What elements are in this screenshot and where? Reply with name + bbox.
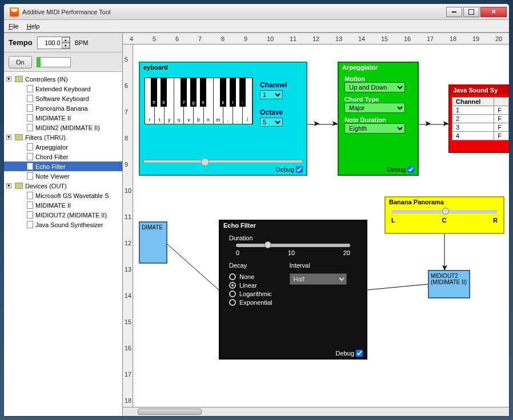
menubar: File Help — [4, 20, 509, 33]
file-icon — [27, 143, 33, 151]
channel-label: Channel — [260, 81, 287, 89]
minimize-button[interactable] — [446, 7, 462, 17]
tree-item[interactable]: Java Sound Synthesizer — [4, 220, 122, 229]
keyboard-scrollbar[interactable] — [143, 160, 303, 163]
table-row: 1F — [452, 106, 509, 115]
tempo-input[interactable]: ▲ ▼ — [37, 37, 70, 49]
node-title: Echo Filter — [220, 221, 366, 230]
tree-item[interactable]: Note Viewer — [4, 171, 122, 181]
tempo-unit: BPM — [75, 39, 89, 46]
node-title: Java Sound Sy — [450, 86, 509, 95]
channel-select[interactable]: 1 — [260, 90, 283, 99]
decay-log[interactable]: Logarithmic — [229, 290, 272, 297]
tempo-up[interactable]: ▲ — [62, 37, 70, 43]
tree-item[interactable]: Software Keyboard — [4, 94, 122, 103]
node-title: Banana Panorama — [386, 197, 503, 207]
debug-checkbox[interactable] — [407, 166, 414, 173]
decay-none[interactable]: None — [229, 273, 272, 280]
duration-select[interactable]: Eighth — [344, 123, 405, 134]
table-row: 4F — [452, 132, 509, 140]
echo-filter-node[interactable]: Echo Filter Duration 01020 Decay None Li… — [219, 220, 367, 360]
arrow-icon: ➤ — [313, 119, 320, 128]
duration-label: Duration — [229, 235, 357, 241]
tree-item[interactable]: Chord Filter — [4, 152, 122, 161]
chord-label: Chord Type — [344, 96, 379, 103]
keyboard-node[interactable]: eyboard rtyuvbnm,./ 567ghkl; Channel 1 O… — [139, 62, 307, 176]
file-icon — [27, 95, 33, 102]
window-title: Additive MIDI Performance Tool — [22, 9, 446, 15]
tree-item-selected[interactable]: Echo Filter — [4, 161, 122, 171]
file-icon — [27, 192, 33, 199]
app-window: Additive MIDI Performance Tool File Help… — [3, 3, 510, 417]
black-key[interactable]: k — [220, 78, 226, 107]
file-icon — [27, 85, 33, 92]
on-button[interactable]: On — [9, 56, 32, 68]
tree-controllers[interactable]: ▾Controllers (IN) — [4, 74, 122, 84]
piano-keyboard[interactable]: rtyuvbnm,./ 567ghkl; — [145, 78, 253, 124]
file-icon — [27, 114, 33, 122]
file-icon — [27, 153, 33, 160]
java-sound-node[interactable]: Java Sound Sy Channel 1F 2F 3F 4F — [448, 84, 509, 153]
tree-item[interactable]: MIDIIN2 (MIDIMATE II) — [4, 123, 122, 132]
black-key[interactable]: 6 — [161, 78, 167, 107]
tree-item[interactable]: Extended Keyboard — [4, 84, 122, 94]
level-meter — [37, 57, 71, 67]
black-key[interactable]: h — [200, 78, 206, 107]
file-icon — [27, 221, 33, 228]
device-tree[interactable]: ▾Controllers (IN) Extended Keyboard Soft… — [4, 72, 122, 416]
black-key[interactable]: g — [190, 78, 197, 107]
duration-slider[interactable] — [236, 244, 350, 247]
chord-select[interactable]: Major — [344, 103, 405, 113]
banana-panorama-node[interactable]: Banana Panorama LCR — [384, 196, 504, 234]
octave-select[interactable]: 5 — [260, 118, 283, 127]
decay-exp[interactable]: Exponential — [229, 299, 272, 306]
tree-item[interactable]: MIDIMATE II — [4, 200, 122, 210]
channel-table[interactable]: Channel 1F 2F 3F 4F — [452, 97, 509, 140]
tree-item[interactable]: Panorama Banana — [4, 103, 122, 113]
debug-label: Debug — [276, 166, 294, 173]
tree-item[interactable]: Arpeggiator — [4, 142, 122, 152]
titlebar[interactable]: Additive MIDI Performance Tool — [4, 4, 509, 20]
duration-label: Note Duration — [344, 116, 386, 123]
pan-slider[interactable] — [391, 210, 498, 213]
menu-help[interactable]: Help — [27, 23, 40, 30]
tree-item[interactable]: MIDIMATE II — [4, 113, 122, 123]
tree-item[interactable]: MIDIOUT2 (MIDIMATE II) — [4, 210, 122, 220]
motion-label: Motion — [344, 75, 365, 82]
black-key[interactable]: ; — [239, 78, 246, 107]
arpeggiator-node[interactable]: Arpeggiator MotionUp and Down Chord Type… — [338, 62, 419, 176]
black-key[interactable]: 7 — [181, 78, 187, 107]
arrow-icon: ➤ — [424, 119, 431, 128]
svg-line-2 — [167, 244, 219, 290]
midiout-node[interactable]: MIDIOUT2 (MIDIMATE II) — [428, 270, 470, 298]
folder-icon — [15, 76, 23, 82]
tree-item[interactable]: Microsoft GS Wavetable S — [4, 191, 122, 200]
motion-select[interactable]: Up and Down — [344, 82, 405, 92]
file-icon — [27, 124, 33, 131]
tree-filters[interactable]: ▾Filters (THRU) — [4, 132, 122, 142]
black-key[interactable]: 5 — [151, 78, 157, 107]
vertical-ruler: 56789101112131415161718 — [123, 45, 133, 407]
node-title: eyboard — [140, 63, 306, 72]
debug-checkbox[interactable] — [296, 166, 303, 173]
debug-label: Debug — [336, 350, 354, 357]
midimate-node[interactable]: DIMATE — [139, 221, 167, 264]
left-panel: Tempo ▲ ▼ BPM On ▾Controllers (IN) Exten… — [4, 33, 123, 416]
canvas-area: 4567891011121314151617181920 56789101112… — [123, 33, 509, 416]
black-key[interactable]: l — [230, 78, 236, 107]
tree-devices[interactable]: ▾Devices (OUT) — [4, 181, 122, 191]
file-icon — [27, 163, 33, 170]
decay-linear[interactable]: Linear — [229, 282, 272, 289]
interval-select[interactable]: Half — [290, 273, 347, 285]
file-icon — [27, 104, 33, 112]
close-button[interactable] — [480, 7, 507, 17]
table-row: 3F — [452, 123, 509, 132]
tempo-down[interactable]: ▼ — [62, 43, 70, 49]
menu-file[interactable]: File — [9, 23, 19, 30]
debug-checkbox[interactable] — [356, 350, 363, 357]
patch-canvas[interactable]: ➤ ➤ ➤ ➤ ➤ eyboard rtyuvbnm,./ 567ghkl; C… — [133, 45, 509, 407]
tempo-field[interactable] — [38, 38, 62, 47]
horizontal-scrollbar[interactable] — [123, 407, 509, 416]
maximize-button[interactable] — [463, 7, 479, 17]
folder-icon — [15, 183, 23, 189]
